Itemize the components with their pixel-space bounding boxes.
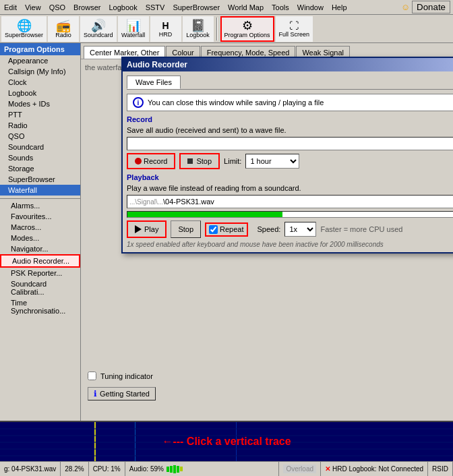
toolbar-radio[interactable]: 📻 Radio xyxy=(48,16,79,42)
menu-sstv[interactable]: SSTV xyxy=(142,2,169,13)
sidebar-item-appearance[interactable]: Appearance xyxy=(0,55,80,66)
repeat-label-text: Repeat xyxy=(220,225,243,233)
playback-section-title: Playback xyxy=(127,173,453,181)
sidebar-item-storage[interactable]: Storage xyxy=(0,163,80,174)
sidebar-item-soundcard-calib[interactable]: Soundcard Calibrati... xyxy=(0,278,80,297)
dialog-tabs: Wave Files xyxy=(127,76,453,90)
bottom-status-strip: g: 04-PSK31.wav 28.2% CPU: 1% Audio: 59%… xyxy=(0,461,453,476)
svg-rect-3 xyxy=(135,422,135,461)
record-stop-button[interactable]: Stop xyxy=(179,153,220,169)
playback-file-row: ...\Signal\... \04-PSK31.wav ... xyxy=(127,195,453,208)
toolbar-soundcard[interactable]: 🔊 Soundcard xyxy=(80,16,117,42)
audio-recorder-dialog: Audio Recorder ✕ Wave Files i You can cl… xyxy=(121,57,453,254)
strip-filename: g: 04-PSK31.wav xyxy=(0,462,61,476)
strip-cpu: CPU: 1% xyxy=(89,462,125,476)
sidebar-item-favourites[interactable]: Favourites... xyxy=(0,211,80,222)
strip-rsid-label: RSID xyxy=(432,465,448,473)
menu-superbrowser[interactable]: SuperBrowser xyxy=(169,2,224,13)
audio-bar-4 xyxy=(177,466,179,473)
sidebar-item-modes-sub[interactable]: Modes... xyxy=(0,233,80,243)
audio-bar-3 xyxy=(173,465,176,473)
dialog-tab-wave[interactable]: Wave Files xyxy=(127,76,181,89)
waterfall-background: ←--- Click a vertical trace xyxy=(0,422,453,461)
logbook-icon: 📓 xyxy=(191,20,206,32)
speed-select[interactable]: 1x 0.5x 2x 4x xyxy=(284,222,316,237)
menu-window[interactable]: Window xyxy=(293,2,328,13)
menu-logbook[interactable]: Logbook xyxy=(104,2,141,13)
limit-label: Limit: xyxy=(224,157,241,165)
svg-rect-2 xyxy=(94,422,96,461)
play-button[interactable]: Play xyxy=(127,220,167,238)
toolbar-superbrowser[interactable]: 🌐 SuperBrowser xyxy=(1,16,47,42)
playback-stop-button[interactable]: Stop xyxy=(171,220,201,238)
menu-view[interactable]: View xyxy=(21,2,45,13)
info-text: You can close this window while saving /… xyxy=(148,98,324,107)
donate-button[interactable]: Donate xyxy=(412,1,450,13)
record-button-label: Record xyxy=(144,157,167,165)
overload-badge: Overload xyxy=(283,465,316,473)
sidebar-item-radio[interactable]: Radio xyxy=(0,120,80,131)
radio-icon: 📻 xyxy=(56,20,71,32)
sidebar-item-time-sync[interactable]: Time Synchronisatio... xyxy=(0,297,80,316)
sidebar-item-psk-reporter[interactable]: PSK Reporter... xyxy=(0,268,80,278)
dialog-body: Wave Files i You can close this window w… xyxy=(123,71,453,252)
tuning-indicator-checkbox[interactable] xyxy=(88,371,96,380)
getting-started-button[interactable]: ℹ Getting Started xyxy=(88,387,156,400)
toolbar-program-options[interactable]: ⚙ Program Options xyxy=(220,16,274,42)
limit-select[interactable]: 1 hour No limit 30 minutes 2 hours 4 hou… xyxy=(245,154,299,169)
sidebar-item-callsign[interactable]: Callsign (My Info) xyxy=(0,66,80,77)
audio-bar-1 xyxy=(167,467,169,472)
sidebar-item-waterfall[interactable]: Waterfall xyxy=(0,185,80,196)
sidebar-item-clock[interactable]: Clock xyxy=(0,77,80,88)
right-panel: Center Marker, Other Colour Frequency, M… xyxy=(81,43,453,421)
menu-browser[interactable]: Browser xyxy=(69,2,104,13)
sidebar-item-modes[interactable]: Modes + IDs xyxy=(0,98,80,109)
soundcard-icon: 🔊 xyxy=(91,20,106,32)
audio-bar-2 xyxy=(170,466,173,473)
record-controls-row: Record Stop Limit: 1 hour No limit 30 mi… xyxy=(127,153,453,169)
dialog-title: Audio Recorder xyxy=(127,60,187,69)
tuning-indicator-label: Tuning indicator xyxy=(100,372,153,380)
toolbar-radio-label: Radio xyxy=(55,32,71,38)
left-sidebar: Program Options Appearance Callsign (My … xyxy=(0,43,81,421)
toolbar-fullscreen[interactable]: ⛶ Full Screen xyxy=(276,16,313,42)
toolbar-superbrowser-label: SuperBrowser xyxy=(5,32,43,38)
waterfall-area[interactable]: ←--- Click a vertical trace xyxy=(0,421,453,461)
info-icon: i xyxy=(133,97,144,108)
record-file-input[interactable] xyxy=(127,137,453,150)
sidebar-item-superbrowser[interactable]: SuperBrowser xyxy=(0,174,80,185)
toolbar-program-options-label: Program Options xyxy=(224,32,270,38)
sidebar-item-sounds[interactable]: Sounds xyxy=(0,152,80,163)
audio-bars xyxy=(167,465,183,473)
record-stop-label: Stop xyxy=(196,157,212,165)
hrd-icon: H xyxy=(162,20,169,31)
sidebar-item-audio-recorder[interactable]: Audio Recorder... xyxy=(0,254,80,268)
sidebar-item-qso[interactable]: QSO xyxy=(0,131,80,142)
record-button[interactable]: Record xyxy=(127,153,175,169)
toolbar-hrd-label: HRD xyxy=(159,31,173,38)
playback-section-desc: Play a wave file instead of reading from… xyxy=(127,184,453,192)
toolbar-waterfall[interactable]: 📊 Waterfall xyxy=(118,16,149,42)
sidebar-item-navigator[interactable]: Navigator... xyxy=(0,243,80,254)
playback-file-path: \04-PSK31.wav xyxy=(163,198,214,206)
menu-worldmap[interactable]: World Map xyxy=(224,2,268,13)
menu-help[interactable]: Help xyxy=(328,2,351,13)
sidebar-item-soundcard[interactable]: Soundcard xyxy=(0,142,80,152)
sidebar-item-ptt[interactable]: PTT xyxy=(0,109,80,120)
menu-edit[interactable]: Edit xyxy=(0,2,21,13)
sidebar-item-alarms[interactable]: Alarms... xyxy=(0,200,80,211)
menu-qso[interactable]: QSO xyxy=(45,2,69,13)
toolbar-hrd[interactable]: H HRD xyxy=(150,16,181,42)
play-triangle-icon xyxy=(135,225,142,233)
repeat-checkbox[interactable] xyxy=(209,225,218,234)
record-stop-icon xyxy=(187,158,193,164)
toolbar-logbook[interactable]: 📓 Logbook xyxy=(183,16,214,42)
menu-tools[interactable]: Tools xyxy=(268,2,293,13)
record-circle-icon xyxy=(135,158,142,165)
sidebar-item-macros[interactable]: Macros... xyxy=(0,222,80,233)
repeat-label[interactable]: Repeat xyxy=(205,222,247,237)
fullscreen-icon: ⛶ xyxy=(289,20,299,31)
toolbar-fullscreen-label: Full Screen xyxy=(279,31,310,38)
speed-label: Speed: xyxy=(258,225,281,233)
sidebar-item-logbook[interactable]: Logbook xyxy=(0,88,80,98)
